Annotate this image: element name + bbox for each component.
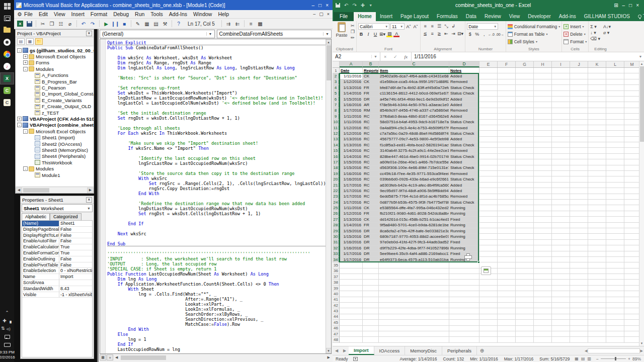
grid-cell-E6[interactable] bbox=[479, 97, 498, 102]
row-header-23[interactable]: 23 bbox=[333, 194, 340, 200]
grid-cell-I14[interactable] bbox=[552, 142, 570, 148]
outdent-button[interactable]: ⇇ bbox=[233, 20, 242, 28]
grid-cell-C21[interactable]: a6303feb-b42e-4c19-afec-8b4f9fca5605 bbox=[379, 183, 449, 188]
grid-cell-L26[interactable] bbox=[606, 211, 624, 217]
grid-cell-G43[interactable] bbox=[516, 308, 534, 314]
ribbon-tab-insert[interactable]: Insert bbox=[376, 12, 396, 21]
expand-icon[interactable]: + bbox=[23, 54, 28, 59]
grid-cell-J44[interactable] bbox=[570, 314, 588, 320]
grid-cell-B47[interactable] bbox=[363, 331, 379, 337]
row-header-5[interactable]: 5 bbox=[333, 91, 340, 97]
menu-add-ins[interactable]: Add-Ins bbox=[166, 11, 190, 17]
grid-cell-I4[interactable] bbox=[552, 85, 570, 90]
row-header-14[interactable]: 14 bbox=[333, 142, 340, 148]
grid-cell-F22[interactable] bbox=[498, 188, 516, 194]
grid-cell-M38[interactable] bbox=[624, 280, 639, 285]
grid-cell-K42[interactable] bbox=[588, 303, 606, 308]
grid-cell-C34[interactable]: e64f9373-6eca-4575-a113-510ab31ba5a0 bbox=[379, 257, 449, 262]
code-line[interactable]: 'Set the initial destination range bbox=[107, 111, 326, 116]
grid-cell-B45[interactable] bbox=[363, 320, 379, 325]
grid-cell-G3[interactable] bbox=[516, 79, 534, 85]
grid-cell-A6[interactable]: 1/15/2016 bbox=[340, 97, 363, 102]
grid-cell-H35[interactable] bbox=[534, 262, 552, 268]
grid-cell-F6[interactable] bbox=[498, 97, 516, 102]
row-header-31[interactable]: 31 bbox=[333, 240, 340, 245]
grid-cell-F28[interactable] bbox=[498, 223, 516, 228]
grid-cell-A26[interactable]: 1/12/2016 bbox=[340, 211, 363, 217]
grid-cell-K34[interactable] bbox=[588, 257, 606, 262]
row-header-47[interactable]: 47 bbox=[333, 331, 340, 337]
grid-cell-J31[interactable] bbox=[570, 240, 588, 245]
chrome-button[interactable] bbox=[0, 48, 14, 60]
code-line[interactable] bbox=[107, 106, 326, 111]
grid-cell-M44[interactable] bbox=[624, 314, 639, 320]
grid-cell-C24[interactable]: 0d877b5f-b53b-4575-9f3f-7b4775ef780e bbox=[379, 200, 449, 205]
code-line[interactable] bbox=[107, 136, 326, 141]
project-explorer-button[interactable]: ▦ bbox=[143, 20, 151, 28]
grid-cell-B42[interactable] bbox=[363, 303, 379, 308]
grid-cell-L15[interactable] bbox=[606, 148, 624, 153]
grid-cell-D35[interactable] bbox=[449, 262, 479, 268]
grid-cell-H27[interactable] bbox=[534, 217, 552, 222]
grid-cell-L33[interactable] bbox=[606, 251, 624, 257]
menu-tools[interactable]: Tools bbox=[147, 11, 166, 17]
grid-cell-K20[interactable] bbox=[588, 176, 606, 182]
align-bottom-button[interactable]: ☰ bbox=[436, 23, 442, 29]
grid-cell-C2[interactable]: 25402a9b-dca7-4f64-addb-c43431e68c7b bbox=[379, 73, 449, 79]
grid-cell-D33[interactable]: Fixed bbox=[449, 251, 479, 257]
grid-cell-A27[interactable]: 1/13/2016 bbox=[340, 217, 363, 222]
grid-cell-A36[interactable] bbox=[340, 268, 363, 274]
grid-cell-G20[interactable] bbox=[516, 176, 534, 182]
column-header-G[interactable]: G bbox=[516, 61, 534, 67]
property-value[interactable]: True bbox=[59, 244, 92, 250]
grid-cell-F12[interactable] bbox=[498, 131, 516, 136]
grid-cell-M46[interactable] bbox=[624, 326, 639, 331]
tree-item[interactable]: A_Functions bbox=[16, 72, 94, 78]
grid-cell-J18[interactable] bbox=[570, 165, 588, 171]
grid-cell-M14[interactable] bbox=[624, 142, 639, 148]
column-header-F[interactable]: F bbox=[498, 61, 516, 67]
grid-cell-E47[interactable] bbox=[479, 331, 498, 337]
cut-button[interactable]: ✂ bbox=[351, 23, 355, 28]
grid-cell-E5[interactable] bbox=[479, 91, 498, 97]
grid-cell-I24[interactable] bbox=[552, 200, 570, 205]
grid-cell-I35[interactable] bbox=[552, 262, 570, 268]
grid-cell-K12[interactable] bbox=[588, 131, 606, 136]
grid-cell-D14[interactable]: Status Check bbox=[449, 142, 479, 148]
grid-cell-E19[interactable] bbox=[479, 171, 498, 176]
grid-cell-B32[interactable]: DR bbox=[363, 245, 379, 251]
normal-view-icon[interactable]: ▦ bbox=[575, 356, 579, 361]
grid-cell-I23[interactable] bbox=[552, 194, 570, 200]
grid-cell-K24[interactable] bbox=[588, 200, 606, 205]
cut-button[interactable]: ✂ bbox=[39, 20, 47, 28]
row-header-3[interactable]: 3 bbox=[333, 79, 340, 85]
collapse-icon[interactable]: - bbox=[17, 123, 22, 127]
code-line[interactable]: Public Sub CombineDataFromAllSheets() bbox=[107, 45, 326, 50]
wrap-text-button[interactable]: ↲ bbox=[450, 23, 456, 29]
row-header-24[interactable]: 24 bbox=[333, 200, 340, 205]
grid-cell-J7[interactable] bbox=[570, 102, 588, 108]
grid-cell-K8[interactable] bbox=[588, 108, 606, 114]
touch-keyboard-button[interactable] bbox=[0, 341, 14, 349]
grid-cell-F2[interactable] bbox=[498, 73, 516, 79]
grid-cell-F5[interactable] bbox=[498, 91, 516, 97]
grid-cell-I47[interactable] bbox=[552, 331, 570, 337]
grid-cell-E46[interactable] bbox=[479, 326, 498, 331]
grid-cell-K18[interactable] bbox=[588, 165, 606, 171]
grid-cell-G33[interactable] bbox=[516, 251, 534, 257]
grid-cell-I25[interactable] bbox=[552, 205, 570, 211]
grid-cell-E48[interactable] bbox=[479, 337, 498, 342]
grid-cell-B33[interactable]: DR bbox=[363, 251, 379, 257]
font-color-button[interactable]: A bbox=[393, 31, 399, 37]
insert-function-icon[interactable]: fx bbox=[405, 54, 408, 59]
project-horizontal-scrollbar[interactable]: ◀ ▶ bbox=[16, 187, 94, 193]
grid-cell-J19[interactable] bbox=[570, 171, 588, 176]
grid-cell-C41[interactable] bbox=[379, 297, 449, 303]
code-line[interactable]: LastOccupiedRowNum = lng bbox=[107, 347, 326, 352]
scroll-down-icon[interactable]: ▼ bbox=[326, 348, 332, 353]
code-line[interactable]: For Each wksSrc In ThisWorkbook.Workshee… bbox=[107, 131, 326, 136]
grid-cell-K40[interactable] bbox=[588, 291, 606, 297]
property-row[interactable]: EnableSelection0 - xlNoRestrictions bbox=[22, 268, 92, 274]
tree-item[interactable]: -Modules bbox=[16, 165, 94, 171]
grid-cell-D46[interactable] bbox=[449, 326, 479, 331]
